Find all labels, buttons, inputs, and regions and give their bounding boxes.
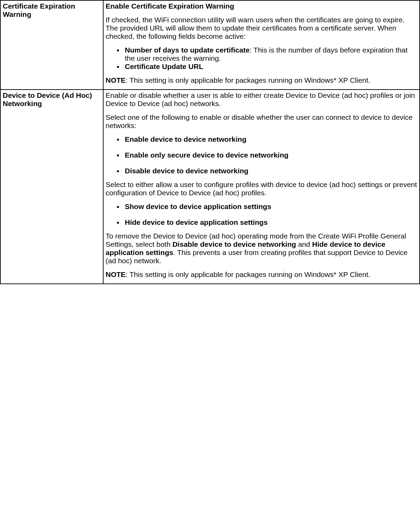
setting-label-cell: Device to Device (Ad Hoc) Networking <box>0 90 103 284</box>
setting-paragraph: Enable or disable whether a user is able… <box>106 91 417 108</box>
note-label: NOTE <box>106 270 125 278</box>
note-text: : This setting is only applicable for pa… <box>125 270 370 278</box>
note-label: NOTE <box>106 76 125 84</box>
setting-label: Device to Device (Ad Hoc) Networking <box>3 91 92 107</box>
bullet-bold: Number of days to update certificate <box>125 46 250 54</box>
list-item: Show device to device application settin… <box>123 202 417 211</box>
setting-note: NOTE: This setting is only applicable fo… <box>106 76 417 84</box>
table-row: Certificate Expiration Warning Enable Ce… <box>0 0 420 90</box>
setting-bullet-list: Enable device to device networking Enabl… <box>106 135 417 175</box>
setting-note: NOTE: This setting is only applicable fo… <box>106 270 417 279</box>
bullet-bold: Enable only secure device to device netw… <box>125 151 288 159</box>
bullet-bold: Certificate Update URL <box>125 62 203 70</box>
setting-description-cell: Enable or disable whether a user is able… <box>103 90 420 284</box>
list-item: Disable device to device networking <box>123 167 417 175</box>
setting-bullet-list: Number of days to update certificate: Th… <box>106 46 417 71</box>
list-item: Certificate Update URL <box>123 62 417 71</box>
bullet-bold: Enable device to device networking <box>125 135 247 143</box>
setting-title: Enable Certificate Expiration Warning <box>106 2 417 10</box>
para-bold: Disable device to device networking <box>172 240 296 248</box>
list-item: Hide device to device application settin… <box>123 218 417 227</box>
setting-label-cell: Certificate Expiration Warning <box>0 0 103 90</box>
table-row: Device to Device (Ad Hoc) Networking Ena… <box>0 90 420 284</box>
settings-table: Certificate Expiration Warning Enable Ce… <box>0 0 420 284</box>
setting-paragraph: Select one of the following to enable or… <box>106 113 417 130</box>
para-part: and <box>296 240 312 248</box>
note-text: : This setting is only applicable for pa… <box>125 76 370 84</box>
bullet-bold: Disable device to device networking <box>125 167 249 175</box>
list-item: Enable only secure device to device netw… <box>123 151 417 159</box>
list-item: Enable device to device networking <box>123 135 417 143</box>
setting-description-cell: Enable Certificate Expiration Warning If… <box>103 0 420 90</box>
setting-paragraph: To remove the Device to Device (ad hoc) … <box>106 232 417 265</box>
setting-bullet-list: Show device to device application settin… <box>106 202 417 227</box>
bullet-bold: Hide device to device application settin… <box>125 218 268 226</box>
list-item: Number of days to update certificate: Th… <box>123 46 417 62</box>
bullet-bold: Show device to device application settin… <box>125 202 271 210</box>
setting-label: Certificate Expiration Warning <box>3 2 75 18</box>
setting-paragraph: Select to either allow a user to configu… <box>106 181 417 197</box>
setting-paragraph: If checked, the WiFi connection utility … <box>106 16 417 40</box>
